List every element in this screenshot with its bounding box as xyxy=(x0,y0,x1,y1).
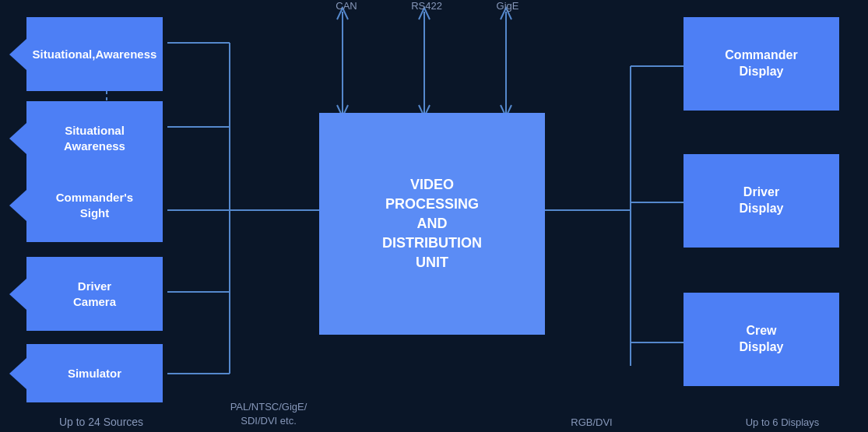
gige-label: GigE xyxy=(484,0,531,12)
input-simulator: Simulator xyxy=(26,344,163,402)
rs422-label: RS422 xyxy=(399,0,454,12)
input-situational-awareness-2: SituationalAwareness xyxy=(26,101,163,175)
input-situational-awareness-1: Situational,Awareness xyxy=(26,17,163,91)
output-commander-display: CommanderDisplay xyxy=(684,17,839,111)
output-format-label: RGB/DVI xyxy=(553,416,631,428)
diagram-container: Situational,Awareness SituationalAwarene… xyxy=(0,0,868,432)
input-commanders-sight: Commander'sSight xyxy=(26,168,163,242)
output-displays-label: Up to 6 Displays xyxy=(701,416,864,428)
output-driver-display: DriverDisplay xyxy=(684,154,839,248)
output-crew-display: CrewDisplay xyxy=(684,293,839,386)
input-format-label: PAL/NTSC/GigE/SDI/DVI etc. xyxy=(195,400,343,428)
central-processing-unit: VIDEO PROCESSING AND DISTRIBUTION UNIT xyxy=(319,113,545,335)
input-sources-label: Up to 24 Sources xyxy=(16,416,187,428)
can-label: CAN xyxy=(323,0,370,12)
input-driver-camera: DriverCamera xyxy=(26,257,163,331)
